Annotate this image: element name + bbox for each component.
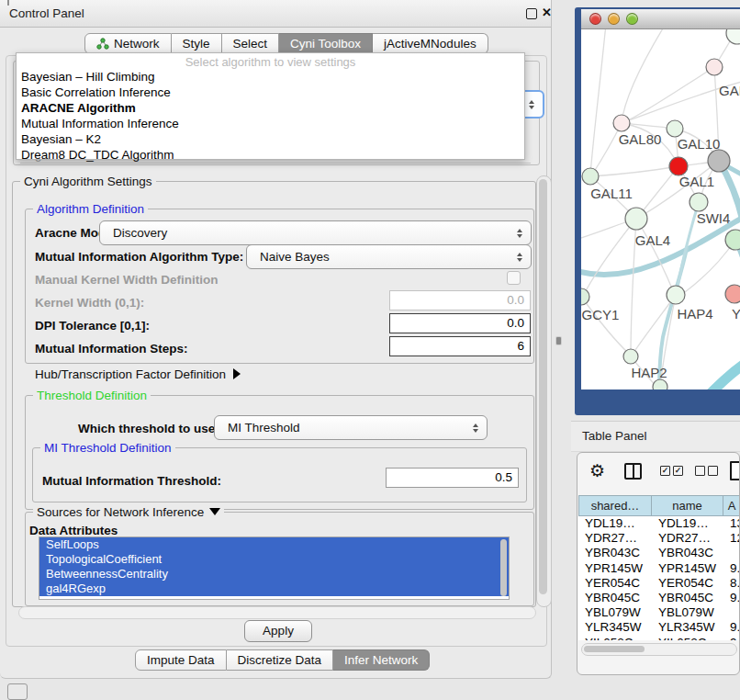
network-node[interactable] [725,230,740,250]
settings-vertical-scrollbar[interactable] [536,175,552,607]
algorithm-option[interactable]: Basic Correlation Inference [17,85,524,100]
deselect-all-checkbox-icon[interactable] [695,466,705,476]
column-layout-icon[interactable] [624,463,642,480]
table-row[interactable]: YDR27…YDR27…12 [578,531,740,546]
table-cell: YIL052C [652,636,723,641]
network-graph[interactable]: GAL80GAL10GAL1GAL11SWI4GAL4GCY1HAP4YHAP2… [581,29,740,390]
table-row[interactable]: YBR045CYBR045C9. [578,591,740,605]
network-edge[interactable] [590,29,606,175]
close-icon[interactable]: ✕ [542,6,552,19]
float-window-icon[interactable] [526,8,537,19]
tab-discretize-data[interactable]: Discretize Data [227,649,334,671]
scrollbar-thumb[interactable] [584,646,645,652]
select-all-checkbox-icon-2[interactable]: ✓ [673,466,683,476]
split-pane-grip[interactable] [556,337,561,344]
table-cell: 12 [723,531,740,546]
network-node-HAP4[interactable] [667,286,685,304]
network-edge[interactable] [591,166,678,176]
network-node-GCY1[interactable] [581,288,589,305]
column-header-name[interactable]: name [652,495,723,516]
list-scrollbar-thumb[interactable] [500,539,507,596]
sources-group-title[interactable]: Sources for Network Inference [33,505,224,519]
table-panel: ⚙ ✓ ✓ shared… name A YDL19…YDL19…13YDR27… [577,452,740,675]
close-traffic-light[interactable] [589,13,601,25]
network-node[interactable] [726,29,740,44]
network-node[interactable] [653,379,667,390]
tab-jactivemnodules[interactable]: jActiveMNodules [373,33,488,54]
table-cell: YBL079W [578,605,652,620]
table-row[interactable]: YLR345WYLR345W9. [578,620,740,635]
hub-definition-expander[interactable]: Hub/Transcription Factor Definition [35,367,241,381]
aracne-mode-combo[interactable]: Discovery [99,220,532,245]
mi-threshold-field[interactable]: 0.5 [386,468,519,488]
attribute-list-item[interactable]: SelfLoops [39,537,509,552]
select-all-checkbox-icon[interactable]: ✓ [660,466,670,476]
algorithm-option[interactable]: Bayesian – K2 [17,131,524,147]
node-label: SWI4 [697,210,731,226]
network-node-GAL1[interactable] [669,157,688,175]
network-node-GAL10[interactable] [667,120,683,137]
network-node[interactable] [706,59,723,75]
table-cell: YLR345W [578,620,652,635]
kernel-width-label: Kernel Width (0,1): [35,296,144,310]
network-edge[interactable] [583,219,636,296]
algorithm-option[interactable]: Mutual Information Inference [17,116,524,131]
table-row[interactable]: YIL052CYIL052C9. [578,636,740,641]
attribute-list-item[interactable]: TopologicalCoefficient [39,552,509,567]
settings-gear-icon[interactable]: ⚙ [589,460,605,481]
table-horizontal-scrollbar[interactable] [581,643,737,656]
attribute-list-item[interactable]: gal4RGexp [39,581,509,596]
network-node-GAL11[interactable] [582,168,599,185]
algorithm-option[interactable]: Bayesian – Hill Climbing [17,69,524,85]
collapsed-panel-button[interactable] [7,683,28,700]
network-edge[interactable] [592,123,622,175]
attribute-list-item[interactable]: BetweennessCentrality [39,567,509,581]
tab-network[interactable]: Network [84,33,172,54]
dpi-tolerance-field[interactable]: 0.0 [389,313,531,333]
table-panel-title: Table Panel [582,422,647,451]
node-label: GAL1 [679,174,714,189]
cyni-mode-tabbar: Impute Data Discretize Data Infer Networ… [135,649,430,671]
network-edge[interactable] [703,362,740,390]
table-row[interactable]: YPR145WYPR145W9. [578,561,740,576]
network-node-HAP2[interactable] [623,349,638,364]
table-row[interactable]: YBL079WYBL079W [578,605,740,620]
tab-impute-data[interactable]: Impute Data [135,649,227,671]
tab-infer-network[interactable]: Infer Network [333,649,430,671]
tab-cyni-toolbox[interactable]: Cyni Toolbox [279,33,373,54]
network-node-GAL4[interactable] [625,208,647,230]
table-row[interactable]: YDL19…YDL19…13 [578,516,740,531]
scrollbar-thumb[interactable] [539,179,547,594]
kernel-width-field[interactable]: 0.0 [389,290,531,310]
tab-style[interactable]: Style [172,33,222,54]
table-row[interactable]: YER054CYER054C8. [578,576,740,591]
network-canvas[interactable]: GAL80GAL10GAL1GAL11SWI4GAL4GCY1HAP4YHAP2… [581,29,740,390]
table-body[interactable]: YDL19…YDL19…13YDR27…YDR27…12YBR043CYBR04… [578,516,740,640]
network-edge[interactable] [633,295,676,353]
network-node-GAL80[interactable] [613,115,630,131]
node-label: HAP4 [677,306,712,322]
horizontal-scrollbar[interactable] [18,606,536,619]
algorithm-option[interactable]: Dream8 DC_TDC Algorithm [17,147,524,163]
column-header-shared-name[interactable]: shared… [578,495,652,516]
column-header-clipped[interactable]: A [723,495,740,516]
which-threshold-combo[interactable]: MI Threshold [214,415,488,440]
export-table-icon[interactable] [730,461,740,480]
mi-type-combo[interactable]: Naive Bayes [246,244,532,269]
network-node[interactable] [708,150,730,172]
minimize-traffic-light[interactable] [608,13,620,25]
algorithm-option[interactable]: ARACNE Algorithm [17,100,524,116]
network-node-SWI4[interactable] [690,193,708,211]
zoom-traffic-light[interactable] [626,13,638,25]
application-root: Control Panel ✕ Network Style Select Cyn… [0,0,740,700]
manual-kernel-checkbox[interactable] [507,271,521,285]
network-node-Y[interactable] [725,285,740,303]
tab-select[interactable]: Select [222,33,280,54]
apply-button[interactable]: Apply [244,620,312,642]
control-panel-titlebar: Control Panel ✕ [0,0,551,28]
data-attributes-list[interactable]: SelfLoopsTopologicalCoefficientBetweenne… [39,536,510,600]
deselect-all-checkbox-icon-2[interactable] [708,466,718,476]
mi-steps-field[interactable]: 6 [389,336,531,356]
network-window-titlebar[interactable] [581,9,740,29]
table-row[interactable]: YBR043CYBR043C [578,546,740,560]
